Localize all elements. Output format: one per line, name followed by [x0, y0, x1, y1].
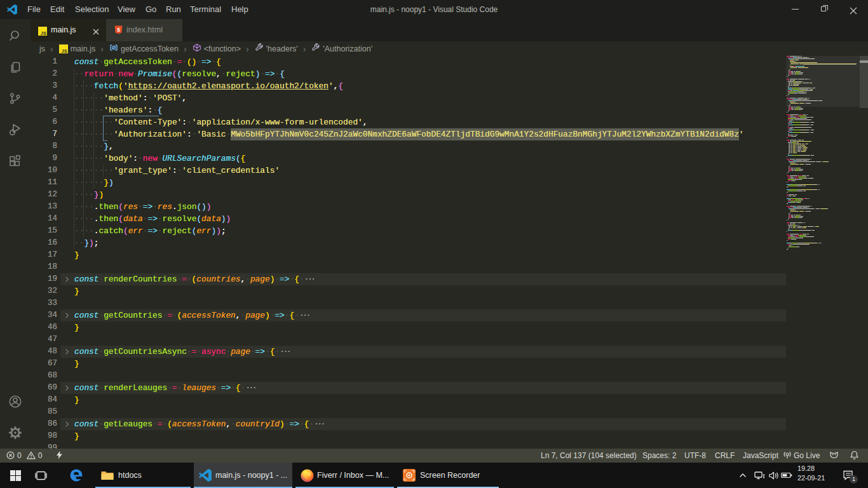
svg-text:5: 5 — [117, 27, 120, 33]
